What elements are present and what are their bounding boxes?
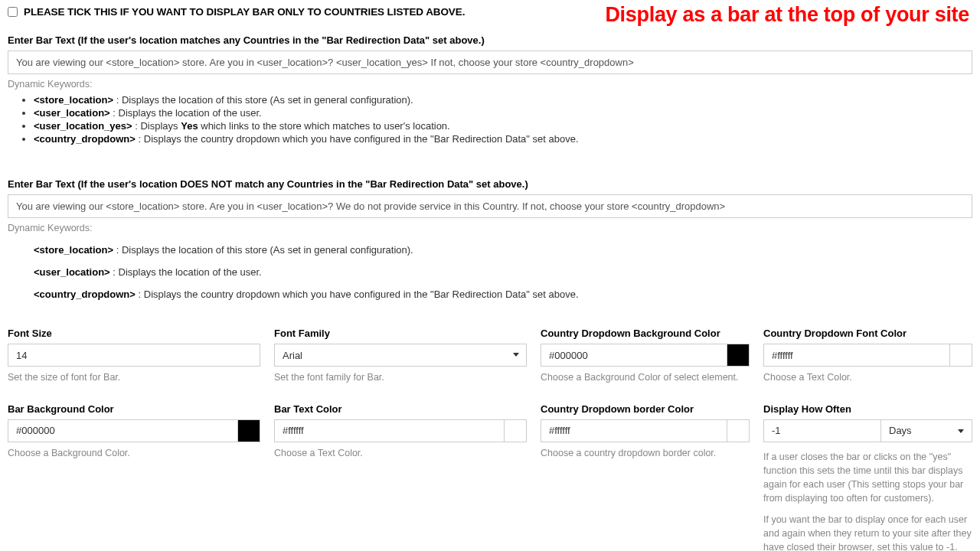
dropdown-font-swatch[interactable] [949,344,972,367]
display-often-field: Display How Often Days If a user closes … [763,403,972,552]
display-often-input[interactable] [763,419,880,442]
chevron-down-icon [958,429,964,433]
font-size-field: Font Size Set the size of font for Bar. [8,328,260,385]
settings-grid: Font Size Set the size of font for Bar. … [8,328,972,551]
kw2-store-location: <store_location> : Displays the location… [34,244,972,256]
keyword-list-1: <store_location> : Displays the location… [34,94,972,145]
bar-text-color-input[interactable] [274,419,504,442]
dropdown-bg-field: Country Dropdown Background Color Choose… [541,328,750,385]
dropdown-font-input[interactable] [763,344,949,367]
often-help-1: If a user closes the bar or clicks on th… [763,450,972,506]
often-help-2: If you want the bar to display once for … [763,513,972,551]
kw2-user-location: <user_location> : Displays the location … [34,266,972,278]
kw-country-dropdown: <country_dropdown> : Displays the countr… [34,133,972,145]
dropdown-border-swatch[interactable] [727,419,750,442]
display-only-countries-checkbox[interactable] [8,7,18,17]
keyword-list-2: <store_location> : Displays the location… [34,244,972,300]
kw-store-location: <store_location> : Displays the location… [34,94,972,106]
page-banner: Display as a bar at the top of your site [605,3,969,27]
kw2-country-dropdown: <country_dropdown> : Displays the countr… [34,289,972,300]
dropdown-border-input[interactable] [541,419,727,442]
bar-text-color-swatch[interactable] [504,419,527,442]
bar-bg-swatch[interactable] [237,419,260,442]
bar-text-nomatch-input[interactable] [8,194,972,218]
font-family-select[interactable] [274,344,527,367]
bar-text-nomatch-label: Enter Bar Text (If the user's location D… [8,178,972,190]
bar-text-match-label: Enter Bar Text (If the user's location m… [8,34,972,46]
bar-bg-field: Bar Background Color Choose a Background… [8,403,260,552]
dynamic-keywords-label-2: Dynamic Keywords: [8,223,972,233]
dropdown-border-field: Country Dropdown border Color Choose a c… [541,403,750,552]
dropdown-bg-swatch[interactable] [727,344,750,367]
bar-text-match-section: Enter Bar Text (If the user's location m… [8,34,972,145]
display-often-unit-select[interactable]: Days [880,419,972,442]
dropdown-font-field: Country Dropdown Font Color Choose a Tex… [763,328,972,385]
bar-bg-input[interactable] [8,419,237,442]
kw-user-location: <user_location> : Displays the location … [34,107,972,119]
bar-text-match-input[interactable] [8,51,972,74]
font-family-field: Font Family Set the font family for Bar. [274,328,527,385]
dynamic-keywords-label-1: Dynamic Keywords: [8,79,972,90]
dropdown-bg-input[interactable] [541,344,727,367]
font-size-input[interactable] [8,344,260,367]
bar-text-color-field: Bar Text Color Choose a Text Color. [274,403,527,552]
kw-user-location-yes: <user_location_yes> : Displays Yes which… [34,120,972,132]
bar-text-nomatch-section: Enter Bar Text (If the user's location D… [8,178,972,300]
display-only-countries-label: PLEASE TICK THIS IF YOU WANT TO DISPLAY … [24,6,465,18]
